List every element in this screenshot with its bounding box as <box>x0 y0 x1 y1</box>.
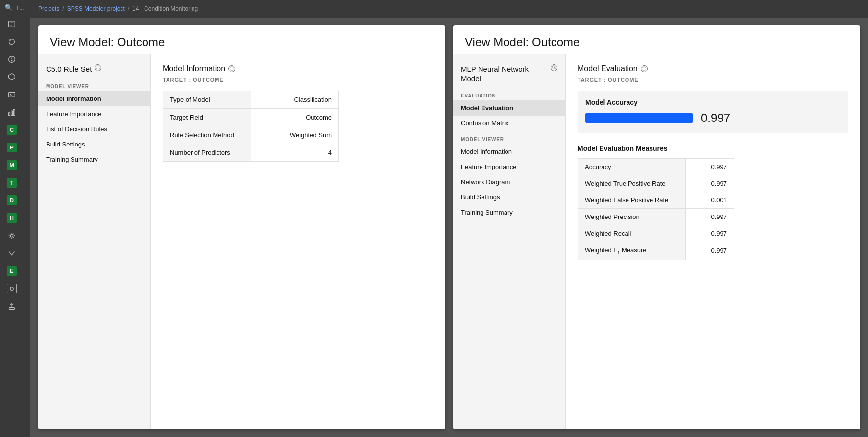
right-target-label: TARGET : OUTCOME <box>578 77 848 83</box>
right-nav-network-diagram[interactable]: Network Diagram <box>453 174 565 190</box>
e-nav-icon[interactable]: E <box>0 262 24 280</box>
measures-cell-value: 0.997 <box>686 225 734 242</box>
v-nav-icon[interactable] <box>0 244 24 262</box>
left-panel-title: View Model: Outcome <box>50 35 434 49</box>
left-nav-feature-importance[interactable]: Feature Importance <box>38 106 150 121</box>
right-nav-training-summary[interactable]: Training Summary <box>453 205 565 220</box>
measures-cell-label: Weighted Precision <box>578 209 686 225</box>
table-row: Rule Selection MethodWeighted Sum <box>163 126 339 144</box>
left-panel-content: Model Information ⓘ TARGET : OUTCOME Typ… <box>151 54 445 429</box>
left-nav-model-information[interactable]: Model Information <box>38 91 150 106</box>
measures-cell-value: 0.001 <box>686 192 734 209</box>
m-nav-icon[interactable]: M <box>0 156 24 174</box>
search-icon: 🔍 <box>5 4 13 11</box>
right-panel-header: View Model: Outcome <box>453 25 860 54</box>
right-nav-feature-importance[interactable]: Feature Importance <box>453 159 565 174</box>
measures-title: Model Evaluation Measures <box>578 145 848 152</box>
left-panel-header: View Model: Outcome <box>38 25 445 54</box>
right-view-panel: View Model: Outcome MLP Neural Network M… <box>453 25 860 429</box>
right-model-info-icon[interactable]: ⓘ <box>551 64 557 71</box>
measures-row: Weighted F1 Measure0.997 <box>578 242 734 260</box>
table-cell-value: Weighted Sum <box>251 126 339 144</box>
svg-rect-14 <box>9 308 15 310</box>
right-nav-model-evaluation[interactable]: Model Evaluation <box>453 100 565 116</box>
content-area: Projects / SPSS Modeler project / 14 - C… <box>30 0 868 437</box>
info-nav-icon[interactable] <box>0 15 24 33</box>
export-nav-icon[interactable] <box>0 297 24 315</box>
table-row: Type of ModelClassification <box>163 91 339 109</box>
measures-cell-label: Weighted True Positive Rate <box>578 175 686 192</box>
measures-row: Weighted Recall0.997 <box>578 225 734 242</box>
reset-nav-icon[interactable] <box>0 33 24 50</box>
left-section-title: Model Information ⓘ <box>163 64 434 73</box>
breadcrumb-project[interactable]: SPSS Modeler project <box>67 5 125 12</box>
left-target-label: TARGET : OUTCOME <box>163 77 434 83</box>
measures-cell-label: Accuracy <box>578 159 686 175</box>
panels-container: View Model: Outcome C5.0 Rule Set ⓘ MODE… <box>30 18 868 437</box>
table-cell-label: Type of Model <box>163 91 251 109</box>
left-nav-training-summary[interactable]: Training Summary <box>38 152 150 167</box>
table-row: Target FieldOutcome <box>163 109 339 126</box>
right-model-viewer-label: MODEL VIEWER <box>453 131 565 144</box>
t-nav-icon[interactable]: T <box>0 174 24 192</box>
right-panel-content: Model Evaluation ⓘ TARGET : OUTCOME Mode… <box>566 54 860 429</box>
table-cell-label: Number of Predictors <box>163 144 251 162</box>
svg-marker-7 <box>9 74 15 80</box>
measures-cell-label: Weighted F1 Measure <box>578 242 686 260</box>
accuracy-bar-fill <box>585 113 693 123</box>
left-model-name: C5.0 Rule Set ⓘ <box>38 58 150 78</box>
accuracy-bar-track <box>585 113 693 123</box>
right-section-info-icon[interactable]: ⓘ <box>641 65 648 72</box>
table-cell-label: Rule Selection Method <box>163 126 251 144</box>
filter-nav-icon[interactable] <box>0 50 24 68</box>
search-text: F... <box>17 5 24 11</box>
left-section-info-icon[interactable]: ⓘ <box>228 65 235 72</box>
breadcrumb-page: 14 - Condition Monitoring <box>132 5 198 12</box>
h-nav-icon[interactable]: H <box>0 209 24 227</box>
p-nav-icon[interactable]: P <box>0 139 24 156</box>
model-info-table: Type of ModelClassificationTarget FieldO… <box>163 91 339 162</box>
measures-row: Weighted Precision0.997 <box>578 209 734 225</box>
svg-rect-12 <box>14 110 15 116</box>
measures-row: Accuracy0.997 <box>578 159 734 175</box>
left-model-info-icon[interactable]: ⓘ <box>95 64 101 71</box>
svg-rect-8 <box>9 93 15 97</box>
svg-rect-11 <box>11 111 13 115</box>
measures-cell-value: 0.997 <box>686 159 734 175</box>
accuracy-bar-row: 0.997 <box>585 111 841 125</box>
measures-table: Accuracy0.997Weighted True Positive Rate… <box>578 158 734 260</box>
right-nav-confusion-matrix[interactable]: Confusion Matrix <box>453 116 565 131</box>
breadcrumb-projects[interactable]: Projects <box>38 5 59 12</box>
right-panel-nav: MLP Neural Network Model ⓘ EVALUATION Mo… <box>453 54 566 429</box>
c-nav-icon[interactable]: C <box>0 121 24 139</box>
table-cell-label: Target Field <box>163 109 251 126</box>
measures-cell-value: 0.997 <box>686 209 734 225</box>
measures-cell-label: Weighted False Positive Rate <box>578 192 686 209</box>
right-model-name: MLP Neural Network Model ⓘ <box>453 58 565 87</box>
breadcrumb-sep2: / <box>128 5 129 12</box>
table-cell-value: Classification <box>251 91 339 109</box>
right-nav-model-information[interactable]: Model Information <box>453 144 565 159</box>
right-panel-body: MLP Neural Network Model ⓘ EVALUATION Mo… <box>453 54 860 429</box>
right-nav-build-settings[interactable]: Build Settings <box>453 190 565 205</box>
right-eval-label: EVALUATION <box>453 87 565 100</box>
left-nav-build-settings[interactable]: Build Settings <box>38 137 150 152</box>
table-cell-value: Outcome <box>251 109 339 126</box>
table-cell-value: 4 <box>251 144 339 162</box>
model-nav-icon[interactable] <box>0 68 24 86</box>
accuracy-container: Model Accuracy 0.997 <box>578 91 848 133</box>
terminal-nav-icon[interactable] <box>0 86 24 103</box>
accuracy-value: 0.997 <box>701 111 730 125</box>
measures-cell-value: 0.997 <box>686 175 734 192</box>
left-view-panel: View Model: Outcome C5.0 Rule Set ⓘ MODE… <box>38 25 445 429</box>
measures-row: Weighted False Positive Rate0.001 <box>578 192 734 209</box>
d-nav-icon[interactable]: D <box>0 192 24 209</box>
search-row[interactable]: 🔍 F... <box>0 0 30 15</box>
measures-cell-value: 0.997 <box>686 242 734 260</box>
sidebar: 🔍 F... C P M T <box>0 0 30 437</box>
right-panel-title: View Model: Outcome <box>465 35 848 49</box>
chart-nav-icon[interactable] <box>0 103 24 121</box>
o-nav-icon[interactable]: O <box>0 280 24 297</box>
gear-nav-icon[interactable] <box>0 227 24 244</box>
left-nav-list-of-decision-rules[interactable]: List of Decision Rules <box>38 121 150 137</box>
